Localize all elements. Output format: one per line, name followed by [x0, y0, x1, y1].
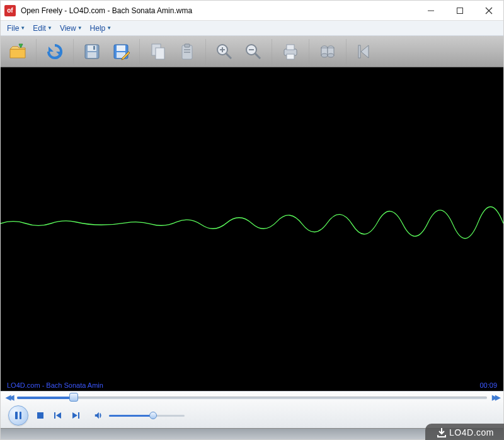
menu-edit[interactable]: Edit▼: [29, 23, 56, 34]
app-icon: of: [4, 5, 16, 16]
stop-button[interactable]: [35, 410, 46, 421]
menubar: File▼ Edit▼ View▼ Help▼: [1, 21, 503, 36]
save-edit-button[interactable]: [108, 38, 134, 65]
seek-fill: [17, 397, 74, 399]
volume-thumb[interactable]: [149, 412, 157, 419]
copy-button[interactable]: [145, 38, 171, 65]
zoom-out-button[interactable]: [240, 38, 266, 65]
svg-line-18: [226, 54, 231, 59]
menu-view[interactable]: View▼: [56, 23, 86, 34]
app-window: of Open Freely - LO4D.com - Bach Sonata …: [0, 0, 504, 440]
refresh-icon: [45, 42, 65, 62]
svg-rect-15: [184, 49, 190, 50]
seek-row: ◀◀ ▶▶: [1, 392, 503, 403]
player-panel: ◀◀ ▶▶: [1, 391, 503, 428]
menu-edit-label: Edit: [33, 24, 46, 33]
maximize-button[interactable]: [445, 1, 474, 20]
toolbar-separator: [205, 39, 206, 64]
chevron-down-icon: ▼: [77, 25, 83, 31]
svg-line-22: [255, 54, 260, 59]
close-button[interactable]: [474, 1, 503, 20]
volume-slider[interactable]: [109, 413, 185, 418]
volume-block: [93, 410, 185, 421]
prev-track-button[interactable]: [52, 410, 64, 421]
svg-rect-12: [156, 48, 164, 59]
svg-rect-14: [185, 44, 190, 47]
save-button[interactable]: [79, 38, 105, 65]
svg-rect-1: [457, 8, 463, 13]
window-title: Open Freely - LO4D.com - Bach Sonata Ami…: [21, 6, 416, 15]
toolbar-separator: [346, 39, 346, 64]
svg-rect-6: [88, 52, 96, 58]
menu-help-label: Help: [90, 24, 106, 33]
status-bar: LO4D.com - Bach Sonata Amin 00:09: [1, 380, 503, 391]
open-folder-icon: [8, 42, 28, 62]
svg-rect-26: [287, 54, 294, 59]
seek-groove: [17, 397, 487, 399]
cylinders-icon: [318, 42, 338, 62]
minimize-button[interactable]: [416, 1, 445, 20]
seek-thumb[interactable]: [69, 393, 78, 402]
menu-view-label: View: [60, 24, 76, 33]
toolbar-separator: [272, 39, 272, 64]
chevron-down-icon: ▼: [106, 25, 112, 31]
volume-button[interactable]: [93, 410, 104, 421]
volume-fill: [109, 415, 153, 417]
paste-button[interactable]: [174, 38, 200, 65]
watermark: LO4D.com: [425, 424, 504, 440]
watermark-text: LO4D.com: [449, 427, 494, 437]
titlebar: of Open Freely - LO4D.com - Bach Sonata …: [1, 1, 503, 21]
zoom-in-icon: [214, 42, 234, 62]
svg-rect-16: [184, 52, 190, 53]
floppy-pencil-icon: [111, 42, 131, 62]
chevron-down-icon: ▼: [47, 25, 52, 31]
download-icon: [437, 427, 447, 437]
svg-rect-34: [37, 412, 43, 419]
prev-button[interactable]: [352, 38, 378, 65]
svg-rect-36: [78, 412, 79, 419]
floppy-icon: [82, 42, 102, 62]
menu-help[interactable]: Help▼: [86, 23, 116, 34]
zoom-in-button[interactable]: [211, 38, 238, 65]
pause-button[interactable]: [8, 405, 28, 426]
prev-icon: [355, 42, 375, 62]
rewind-button[interactable]: ◀◀: [6, 393, 12, 402]
svg-rect-35: [54, 412, 55, 419]
toolbar-separator: [139, 39, 140, 64]
refresh-button[interactable]: [42, 38, 68, 65]
properties-button[interactable]: [314, 38, 341, 65]
track-name: LO4D.com - Bach Sonata Amin: [7, 381, 103, 389]
svg-rect-7: [93, 46, 95, 50]
svg-rect-9: [117, 45, 125, 51]
toolbar-separator: [73, 39, 74, 64]
svg-point-32: [328, 54, 334, 57]
print-button[interactable]: [277, 38, 304, 65]
next-track-button[interactable]: [70, 410, 81, 421]
zoom-out-icon: [243, 42, 263, 62]
waveform-display: [1, 67, 503, 380]
waveform-svg: [1, 67, 503, 380]
elapsed-time: 00:09: [479, 381, 497, 389]
window-controls: [416, 1, 503, 20]
chevron-down-icon: ▼: [20, 25, 25, 31]
toolbar-separator: [309, 39, 309, 64]
menu-file-label: File: [7, 24, 19, 33]
paste-icon: [177, 42, 197, 62]
forward-button[interactable]: ▶▶: [492, 393, 498, 402]
seek-slider[interactable]: [17, 395, 487, 400]
toolbar: [1, 36, 503, 67]
toolbar-separator: [36, 39, 37, 64]
pause-icon: [15, 412, 21, 419]
svg-point-29: [321, 54, 328, 57]
printer-icon: [280, 42, 301, 62]
open-button[interactable]: [4, 38, 31, 65]
svg-rect-33: [358, 45, 360, 58]
copy-icon: [148, 42, 168, 62]
menu-file[interactable]: File▼: [3, 23, 29, 34]
svg-rect-25: [287, 45, 294, 50]
